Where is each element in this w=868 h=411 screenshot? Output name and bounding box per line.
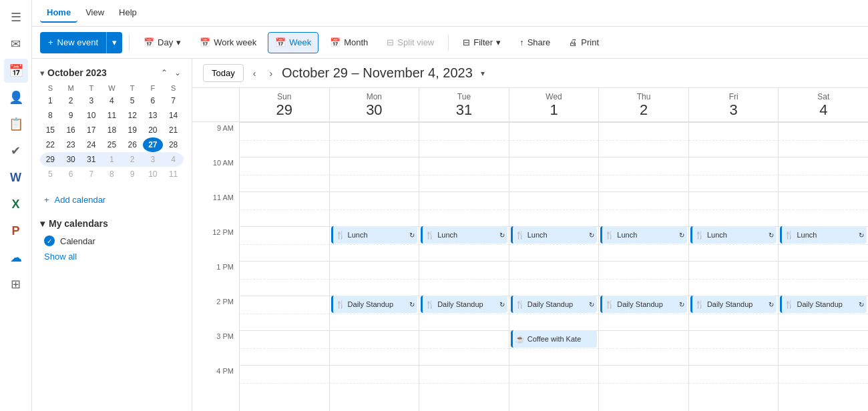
mini-cal-day[interactable]: 31 [81, 152, 101, 167]
onedrive-icon[interactable]: ☁ [4, 246, 28, 270]
mini-cal-day[interactable]: 23 [61, 137, 81, 152]
hour-cell[interactable] [779, 157, 868, 191]
toolbar-month-btn[interactable]: 📅 Month [322, 32, 375, 53]
calendar-icon[interactable]: 📅 [4, 59, 28, 83]
day-col-tue[interactable]: 🍴 Lunch ↻ 🍴 Daily Standup ↻ [419, 122, 509, 411]
tasks-icon[interactable]: ✔ [4, 139, 28, 163]
excel-icon[interactable]: X [4, 192, 28, 216]
today-button[interactable]: Today [203, 64, 244, 82]
show-all-btn[interactable]: Show all [40, 249, 184, 264]
mini-cal-day[interactable]: 26 [122, 137, 143, 152]
mini-cal-day[interactable]: 24 [81, 137, 101, 152]
day-col-wed[interactable]: 🍴 Lunch ↻ 🍴 Daily Standup ↻ [509, 122, 599, 411]
event-standup-mon[interactable]: 🍴 Daily Standup ↻ [331, 296, 418, 313]
mini-cal-day[interactable]: 21 [163, 123, 184, 137]
hour-cell[interactable] [419, 261, 509, 296]
mini-cal-day[interactable]: 9 [122, 167, 143, 181]
hour-cell[interactable] [330, 365, 419, 400]
hour-cell[interactable] [689, 261, 779, 296]
mini-cal-day[interactable]: 29 [40, 152, 61, 167]
mini-cal-day[interactable]: 18 [101, 123, 122, 137]
calendar-item-calendar[interactable]: ✓ Calendar [40, 233, 184, 249]
toolbar-week-btn[interactable]: 📅 Week [268, 32, 318, 53]
hour-cell[interactable] [419, 191, 509, 226]
toolbar-share-btn[interactable]: ↑ Share [512, 32, 558, 53]
mini-cal-day[interactable]: 4 [101, 93, 122, 108]
hour-cell[interactable] [509, 365, 599, 400]
mini-cal-day[interactable]: 6 [61, 167, 81, 181]
hour-cell[interactable] [330, 261, 419, 296]
event-lunch-thu[interactable]: 🍴 Lunch ↻ [600, 226, 687, 244]
hour-cell[interactable] [240, 157, 329, 191]
mini-cal-title[interactable]: October 2023 [47, 67, 158, 78]
mini-cal-today[interactable]: 27 [143, 137, 164, 152]
mini-cal-prev[interactable]: ⌃ [158, 67, 170, 79]
hamburger-icon[interactable]: ☰ [4, 5, 28, 29]
mini-cal-day[interactable]: 5 [40, 167, 61, 181]
hour-cell[interactable] [689, 191, 779, 226]
word-icon[interactable]: W [4, 165, 28, 189]
mini-cal-collapse-icon[interactable]: ▾ [40, 68, 45, 78]
hour-cell[interactable] [330, 330, 419, 365]
hour-cell[interactable] [599, 157, 688, 191]
mini-cal-day[interactable]: 5 [122, 93, 143, 108]
mini-cal-day[interactable]: 25 [101, 137, 122, 152]
mail-icon[interactable]: ✉ [4, 32, 28, 56]
new-event-main[interactable]: + New event [40, 32, 107, 53]
event-standup-wed[interactable]: 🍴 Daily Standup ↻ [511, 296, 598, 313]
menu-home[interactable]: Home [40, 3, 77, 23]
hour-cell[interactable] [240, 330, 329, 365]
mini-cal-day[interactable]: 15 [40, 123, 61, 137]
event-lunch-mon[interactable]: 🍴 Lunch ↻ [331, 226, 418, 244]
mini-cal-day[interactable]: 3 [81, 93, 101, 108]
mini-cal-day[interactable]: 20 [143, 123, 164, 137]
calendar-title-dropdown[interactable]: ▾ [481, 69, 485, 78]
day-col-mon[interactable]: 🍴 Lunch ↻ 🍴 Daily Standup ↻ [329, 122, 419, 411]
mini-cal-day[interactable]: 7 [81, 167, 101, 181]
hour-cell[interactable] [509, 191, 599, 226]
toolbar-print-btn[interactable]: 🖨 Print [562, 32, 606, 53]
mini-cal-day[interactable]: 28 [163, 137, 184, 152]
hour-cell[interactable] [509, 261, 599, 296]
toolbar-workweek-btn[interactable]: 📅 Work week [192, 32, 264, 53]
mini-cal-day[interactable]: 8 [40, 108, 61, 123]
mini-cal-day[interactable]: 2 [61, 93, 81, 108]
next-week-button[interactable]: › [265, 65, 276, 81]
mini-cal-day[interactable]: 13 [143, 108, 164, 123]
mini-cal-day[interactable]: 11 [101, 108, 122, 123]
new-event-button[interactable]: + New event ▾ [40, 32, 122, 53]
hour-cell[interactable] [240, 365, 329, 400]
hour-cell[interactable] [599, 261, 688, 296]
toolbar-day-btn[interactable]: 📅 Day ▾ [136, 32, 188, 53]
event-standup-thu[interactable]: 🍴 Daily Standup ↻ [600, 296, 687, 313]
mini-cal-day[interactable]: 7 [163, 93, 184, 108]
hour-cell[interactable] [330, 157, 419, 191]
day-col-sun[interactable] [239, 122, 329, 411]
mini-cal-day[interactable]: 10 [81, 108, 101, 123]
mini-cal-day[interactable]: 14 [163, 108, 184, 123]
mini-cal-day[interactable]: 1 [101, 152, 122, 167]
hour-cell[interactable] [240, 191, 329, 226]
hour-cell[interactable] [779, 261, 868, 296]
mini-cal-day[interactable]: 22 [40, 137, 61, 152]
mini-cal-day[interactable]: 9 [61, 108, 81, 123]
hour-cell[interactable] [779, 191, 868, 226]
new-event-dropdown-arrow[interactable]: ▾ [107, 32, 122, 53]
hour-cell[interactable] [240, 226, 329, 261]
day-col-thu[interactable]: 🍴 Lunch ↻ 🍴 Daily Standup ↻ [598, 122, 688, 411]
mini-cal-day[interactable]: 30 [61, 152, 81, 167]
mini-cal-day[interactable]: 12 [122, 108, 143, 123]
hour-cell[interactable] [240, 122, 329, 157]
mini-cal-day[interactable]: 1 [40, 93, 61, 108]
mini-cal-day[interactable]: 3 [143, 152, 164, 167]
event-lunch-wed[interactable]: 🍴 Lunch ↻ [511, 226, 598, 244]
event-standup-tue[interactable]: 🍴 Daily Standup ↻ [421, 296, 507, 313]
hour-cell[interactable] [419, 122, 509, 157]
mini-cal-day[interactable]: 19 [122, 123, 143, 137]
event-coffee-wed[interactable]: ☕ Coffee with Kate [511, 330, 598, 348]
day-col-sat[interactable]: 🍴 Lunch ↻ 🍴 Daily Standup ↻ [778, 122, 868, 411]
event-standup-sat[interactable]: 🍴 Daily Standup ↻ [780, 296, 867, 313]
add-calendar-btn[interactable]: + Add calendar [40, 192, 184, 208]
hour-cell[interactable] [240, 261, 329, 296]
hour-cell[interactable] [689, 157, 779, 191]
